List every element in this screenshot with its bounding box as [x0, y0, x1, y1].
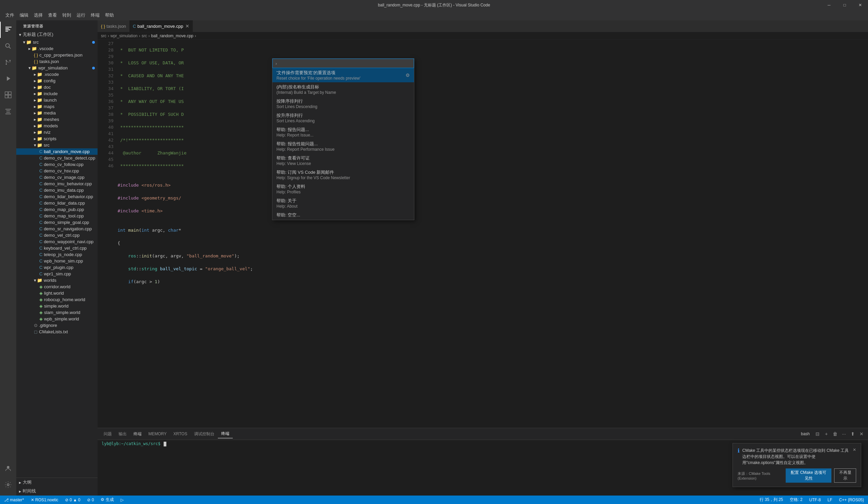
configure-cmake-button[interactable]: 配置 CMake 选项可见性 — [786, 469, 831, 483]
status-position[interactable]: 行 35，列 25 — [758, 497, 784, 503]
dropdown-item-0[interactable]: '文件操作需要预览'的重置选项 Reset choice for 'File o… — [272, 68, 414, 82]
menu-run[interactable]: 运行 — [74, 11, 88, 20]
activity-settings[interactable] — [0, 476, 16, 493]
tree-item-wpr-src[interactable]: ▾ 📁 src — [16, 142, 97, 148]
tree-item-wpr-simulation[interactable]: ▾ 📁 wpr_simulation — [16, 65, 97, 71]
terminal-tab-problems[interactable]: 问题 — [100, 430, 115, 438]
command-palette-field[interactable] — [278, 61, 411, 66]
terminal-close-button[interactable]: ✕ — [858, 430, 865, 438]
tree-item-wpr-plugin[interactable]: C wpr_plugin.cpp — [16, 264, 97, 271]
terminal-tab-memory[interactable]: MEMORY — [145, 430, 170, 438]
tree-item-demo-map-pub[interactable]: C demo_map_pub.cpp — [16, 206, 97, 213]
tree-item-meshes[interactable]: ▸ 📁 meshes — [16, 116, 97, 123]
dropdown-item-8[interactable]: 帮助: 个人资料 Help: Profiles — [272, 182, 414, 196]
tab-ball-random-move[interactable]: C ball_random_move.cpp ✕ — [130, 20, 193, 32]
tree-item-demo-simple-goal[interactable]: C demo_simple_goal.cpp — [16, 219, 97, 225]
breadcrumb-wpr[interactable]: wpr_simulation — [111, 33, 137, 38]
tree-item-maps[interactable]: ▸ 📁 maps — [16, 103, 97, 110]
menu-view[interactable]: 查看 — [45, 11, 60, 20]
tree-item-slam-simple-world[interactable]: ◈ slam_simple.world — [16, 309, 97, 316]
status-warnings[interactable]: ⊘ 0 — [86, 497, 95, 502]
tree-item-demo-waypoint[interactable]: C demo_waypoint_navi.cpp — [16, 239, 97, 245]
sidebar-timeline[interactable]: ▸ 时间线 — [16, 487, 97, 495]
sidebar-outline[interactable]: ▸ 大纲 — [16, 478, 97, 487]
tree-item-cpp-properties[interactable]: { } c_cpp_properties.json — [16, 52, 97, 58]
tree-item-config[interactable]: ▸ 📁 config — [16, 77, 97, 84]
menu-file[interactable]: 文件 — [3, 11, 17, 20]
dropdown-item-2[interactable]: 按降序排列行 Sort Lines Descending — [272, 96, 414, 111]
activity-account[interactable] — [0, 460, 16, 476]
tree-item-demo-cv-image[interactable]: C demo_cv_image.cpp — [16, 174, 97, 180]
menu-select[interactable]: 选择 — [31, 11, 45, 20]
activity-run[interactable] — [0, 71, 16, 87]
tree-item-worlds[interactable]: ▾ 📁 worlds — [16, 277, 97, 284]
tree-item-wpb-simple-world[interactable]: ◈ wpb_simple.world — [16, 316, 97, 322]
dropdown-item-9[interactable]: 帮助: 关于 Help: About — [272, 196, 414, 210]
terminal-tab-xrtos[interactable]: XRTOS — [170, 430, 191, 438]
code-content[interactable]: * BUT NOT LIMITED TO, P * LOSS OF USE, D… — [116, 40, 841, 428]
tree-item-demo-cv-hsv[interactable]: C demo_cv_hsv.cpp — [16, 168, 97, 174]
activity-search[interactable] — [0, 38, 16, 54]
status-branch[interactable]: ⎇ master* — [3, 497, 25, 502]
tree-item-tasks-json[interactable]: { } tasks.json — [16, 58, 97, 65]
terminal-tab-debug-console[interactable]: 调试控制台 — [191, 430, 218, 438]
breadcrumb-src[interactable]: src — [101, 33, 106, 38]
tree-item-keyboard-vel[interactable]: C keyboard_vel_ctrl.cpp — [16, 245, 97, 251]
maximize-button[interactable]: □ — [837, 0, 852, 10]
tab-close-button[interactable]: ✕ — [185, 24, 189, 29]
tree-item-wpr-vscode[interactable]: ▸ 📁 .vscode — [16, 71, 97, 77]
tree-item-corridor-world[interactable]: ◈ corridor.world — [16, 284, 97, 290]
settings-icon[interactable]: ⚙ — [405, 73, 410, 78]
dropdown-item-10[interactable]: 帮助: 空空... — [272, 210, 414, 220]
tree-item-demo-cv-follow[interactable]: C demo_cv_follow.cpp — [16, 161, 97, 168]
tree-item-wpr1-sim[interactable]: C wpr1_sim.cpp — [16, 271, 97, 277]
tree-item-ball-random-move[interactable]: C ball_random_move.cpp — [16, 148, 97, 155]
sidebar-section-workspace[interactable]: ▾ 无标题 (工作区) — [16, 30, 97, 39]
tree-item-demo-cv-face[interactable]: C demo_cv_face_detect.cpp — [16, 155, 97, 161]
code-editor[interactable]: › '文件操作需要预览'的重置选项 Reset choice for 'File… — [97, 40, 868, 428]
notification-close-button[interactable]: ✕ — [853, 448, 856, 452]
tree-item-models[interactable]: ▸ 📁 models — [16, 123, 97, 129]
minimize-button[interactable]: ─ — [821, 0, 837, 10]
terminal-maximize-button[interactable]: ⬆ — [849, 430, 857, 438]
terminal-tab-output[interactable]: 输出 — [115, 430, 130, 438]
menu-edit[interactable]: 编辑 — [17, 11, 31, 20]
status-spaces[interactable]: 空格: 2 — [788, 497, 804, 503]
tree-item-robocup-world[interactable]: ◈ robocup_home.world — [16, 296, 97, 303]
breadcrumb-file[interactable]: ball_random_move.cpp — [151, 33, 194, 38]
tree-item-src[interactable]: ▾ 📁 src — [16, 39, 97, 45]
tree-item-scripts[interactable]: ▸ 📁 scripts — [16, 136, 97, 142]
activity-explorer[interactable] — [0, 22, 16, 38]
terminal-split-button[interactable]: ⊟ — [814, 430, 821, 438]
terminal-more-button[interactable]: ··· — [840, 430, 848, 438]
dropdown-item-3[interactable]: 按升序排列行 Sort Lines Ascending — [272, 111, 414, 125]
tree-item-rviz[interactable]: ▸ 📁 rviz — [16, 129, 97, 136]
tree-item-teleop-js[interactable]: C teleop_js_node.cpp — [16, 251, 97, 258]
activity-outline[interactable] — [0, 103, 16, 119]
status-encoding[interactable]: UTF-8 — [808, 497, 822, 502]
close-button[interactable]: ✕ — [852, 0, 868, 10]
status-line-ending[interactable]: LF — [826, 497, 834, 502]
tree-item-media[interactable]: ▸ 📁 media — [16, 110, 97, 116]
dropdown-item-5[interactable]: 帮助: 报告性能问题... Help: Report Performance I… — [272, 139, 414, 154]
tree-item-demo-lidar-behavior[interactable]: C demo_lidar_behavior.cpp — [16, 193, 97, 200]
tab-tasks-json[interactable]: { } tasks.json — [97, 20, 130, 32]
tree-item-demo-map-tool[interactable]: C demo_map_tool.cpp — [16, 213, 97, 219]
breadcrumb-src2[interactable]: src — [142, 33, 147, 38]
tree-item-simple-world[interactable]: ◈ simple.world — [16, 303, 97, 309]
menu-help[interactable]: 帮助 — [102, 11, 116, 20]
terminal-tab-terminal[interactable]: 终端 — [130, 430, 145, 438]
dropdown-item-6[interactable]: 帮助: 查看许可证 Help: View License — [272, 154, 414, 168]
terminal-add-button[interactable]: + — [823, 430, 830, 438]
tree-item-vscode[interactable]: ▸ 📁 .vscode — [16, 45, 97, 52]
tree-item-cmakelists[interactable]: ◻ CMakeLists.txt — [16, 328, 97, 335]
dropdown-item-1[interactable]: (内部)按名称生成目标 (Internal) Build a Target by… — [272, 82, 414, 96]
tree-item-demo-lidar-data[interactable]: C demo_lidar_data.cpp — [16, 200, 97, 206]
menu-terminal[interactable]: 终端 — [88, 11, 102, 20]
status-language[interactable]: C++ {ROS05} — [838, 497, 865, 502]
tree-item-wpb-home-sim[interactable]: C wpb_home_sim.cpp — [16, 258, 97, 264]
tree-item-gitignore[interactable]: ⊙ .gitignore — [16, 322, 97, 328]
menu-goto[interactable]: 转到 — [60, 11, 74, 20]
terminal-trash-button[interactable]: 🗑 — [831, 430, 839, 438]
status-ros[interactable]: ✕ ROS1:noetic — [30, 497, 60, 502]
